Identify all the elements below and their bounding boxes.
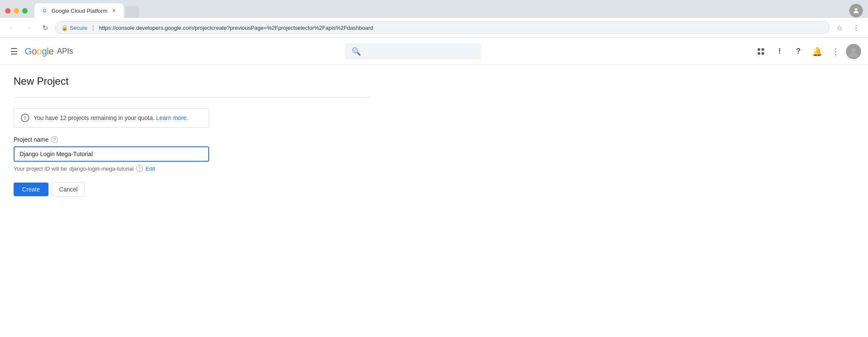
browser-toolbar: ← → ↻ 🔒 Secure | https://console.develop… [0,18,868,38]
browser-tabs: G Google Cloud Platform ✕ [34,3,846,18]
alert-icon: ! [778,47,781,56]
active-tab[interactable]: G Google Cloud Platform ✕ [34,3,124,18]
svg-rect-1 [758,48,760,51]
bell-button[interactable]: 🔔 [808,43,825,60]
search-box[interactable]: 🔍 [345,43,481,60]
svg-point-0 [855,8,857,11]
quota-info-box: i You have 12 projects remaining in your… [14,108,209,128]
tab-close-button[interactable]: ✕ [111,7,117,14]
maximize-button[interactable] [22,8,28,14]
new-tab-placeholder[interactable] [125,6,139,18]
logo-letter-g2: g [42,46,47,57]
logo-letter-e: e [48,46,54,57]
bell-icon: 🔔 [812,46,823,57]
url-base: https://console.developers.google.com [99,25,193,31]
learn-more-link[interactable]: Learn more. [156,114,188,121]
info-icon: i [21,114,29,122]
minimize-button[interactable] [14,8,19,14]
hamburger-icon: ☰ [10,47,18,56]
help-button[interactable]: ? [790,43,807,60]
address-bar[interactable]: 🔒 Secure | https://console.developers.go… [55,21,830,34]
main-content: New Project i You have 12 projects remai… [0,65,383,207]
search-icon: 🔍 [352,47,361,56]
button-row: Create Cancel [14,182,209,197]
url-path: /projectcreate?previousPage=%2Fprojectse… [193,25,373,31]
more-icon: ⋮ [831,46,840,57]
section-divider [14,97,369,98]
svg-rect-2 [762,48,764,51]
logo-letter-o2: o [37,46,42,57]
notification-alert-button[interactable]: ! [771,43,788,60]
svg-rect-4 [762,52,764,54]
user-avatar-top[interactable] [849,4,863,17]
forward-button[interactable]: → [22,22,36,33]
more-options-button[interactable]: ⋮ [827,43,844,60]
secure-label: Secure [70,25,87,31]
tab-favicon: G [41,7,48,14]
help-icon: ? [796,47,801,56]
project-id-value: django-login-mega-tutorial [69,166,133,172]
apis-label: APIs [57,47,73,56]
quota-text: You have 12 projects remaining in your q… [34,114,188,121]
user-avatar-button[interactable] [846,44,861,59]
more-button[interactable]: ⋮ [849,22,863,34]
edit-link[interactable]: Edit [145,166,155,172]
project-name-input[interactable] [14,146,209,162]
window-controls [5,8,28,14]
quota-message: You have 12 projects remaining in your q… [34,114,154,121]
google-logo: Google [25,46,54,57]
logo-letter-o1: o [32,46,37,57]
user-avatar [846,44,861,59]
logo-letter-g: G [25,46,32,57]
field-label-row: Project name ? [14,136,209,143]
header-search-area: 🔍 [73,43,752,60]
project-id-row: Your project ID will be django-login-meg… [14,165,209,172]
close-button[interactable] [5,8,11,14]
create-button[interactable]: Create [14,183,48,196]
cancel-button[interactable]: Cancel [52,182,85,197]
project-id-help-icon[interactable]: ? [136,165,143,172]
url-text: https://console.developers.google.com/pr… [99,25,823,31]
hamburger-menu-button[interactable]: ☰ [7,43,21,60]
page-title: New Project [14,75,369,87]
svg-rect-3 [758,52,760,54]
header-actions: ! ? 🔔 ⋮ [752,43,861,60]
secure-badge: 🔒 Secure [61,25,87,31]
gcp-header: ☰ Google APIs 🔍 ! ? 🔔 ⋮ [0,38,868,65]
tab-title: Google Cloud Platform [51,8,108,14]
svg-point-5 [851,47,856,52]
bookmark-button[interactable]: ☆ [833,22,846,34]
form-section: Project name ? Your project ID will be d… [14,136,209,197]
field-help-icon[interactable]: ? [51,136,58,143]
back-button[interactable]: ← [5,22,19,33]
refresh-button[interactable]: ↻ [39,22,51,34]
project-id-prefix: Your project ID will be [14,166,67,172]
lock-icon: 🔒 [61,25,68,31]
project-name-label: Project name [14,136,48,143]
apps-grid-button[interactable] [752,43,769,60]
